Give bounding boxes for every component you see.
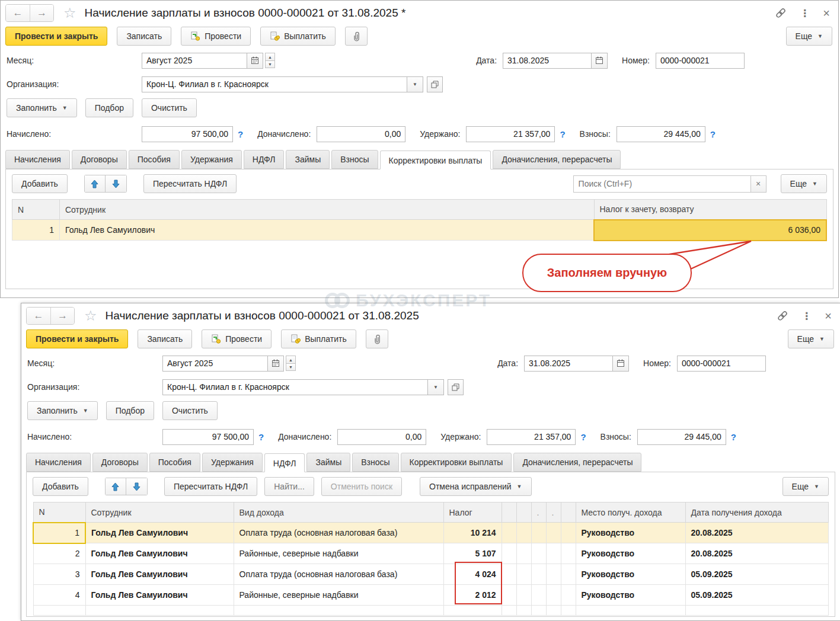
extra-input[interactable] — [337, 429, 426, 445]
undo-fixes-button[interactable]: Отмена исправлений▼ — [420, 477, 531, 496]
col-employee[interactable]: Сотрудник — [85, 502, 234, 523]
post-button[interactable]: Провести — [181, 27, 251, 46]
month-stepper[interactable]: ▲▼ — [286, 356, 296, 371]
move-up-icon[interactable] — [105, 478, 126, 495]
spacer-cell[interactable] — [516, 585, 531, 606]
fill-button[interactable]: Заполнить▼ — [27, 401, 98, 420]
cell-tax[interactable]: 5 107 — [443, 543, 502, 564]
col-narrow[interactable] — [561, 502, 576, 523]
col-n[interactable]: N — [33, 502, 85, 523]
spacer-cell[interactable] — [561, 543, 576, 564]
cell-date[interactable]: 05.09.2025 — [685, 585, 829, 606]
cell-n[interactable]: 1 — [33, 523, 85, 543]
tab-posobiya[interactable]: Пособия — [129, 150, 180, 169]
spacer-cell[interactable] — [546, 523, 561, 543]
back-icon[interactable]: ← — [6, 5, 30, 21]
tab-uderzhaniya[interactable]: Удержания — [202, 453, 263, 472]
attachments-button[interactable] — [345, 27, 368, 46]
table-row[interactable]: 4 Гольд Лев Самуилович Районные, северны… — [33, 585, 829, 606]
accrued-help-icon[interactable]: ? — [258, 432, 264, 442]
more-button[interactable]: Еще▼ — [786, 27, 832, 46]
attachments-button[interactable] — [366, 329, 388, 348]
cell-income-type[interactable]: Районные, северные надбавки — [234, 543, 443, 564]
tab-uderzhaniya[interactable]: Удержания — [181, 150, 242, 169]
cell-employee[interactable]: Гольд Лев Самуилович — [85, 564, 234, 585]
month-input[interactable] — [142, 53, 247, 69]
spacer-cell[interactable] — [502, 523, 516, 543]
spacer-cell[interactable] — [546, 543, 561, 564]
spacer-cell[interactable] — [502, 585, 516, 606]
cell-place[interactable]: Руководство — [576, 564, 685, 585]
cell-income-type[interactable]: Оплата труда (основная налоговая база) — [234, 523, 443, 543]
table-row[interactable]: 1 Гольд Лев Самуилович Оплата труда (осн… — [33, 523, 829, 543]
favorite-star-icon[interactable]: ☆ — [63, 6, 76, 20]
cell-tax[interactable]: 2 012 — [443, 585, 502, 606]
tab-ndfl[interactable]: НДФЛ — [244, 150, 285, 169]
cell-tax[interactable]: 4 024 — [443, 564, 502, 585]
organization-input[interactable] — [142, 76, 407, 92]
post-and-close-button[interactable]: Провести и закрыть — [5, 27, 107, 46]
recalc-ndfl-button[interactable]: Пересчитать НДФЛ — [164, 477, 257, 496]
close-icon[interactable]: × — [823, 7, 830, 20]
table-row[interactable]: 2 Гольд Лев Самуилович Районные, северны… — [33, 543, 829, 564]
contrib-input[interactable] — [617, 126, 705, 142]
col-n[interactable]: N — [12, 200, 60, 220]
cell-income-type[interactable]: Оплата труда (основная налоговая база) — [234, 564, 443, 585]
get-link-icon[interactable] — [775, 7, 787, 19]
organization-open-icon[interactable] — [427, 76, 443, 92]
date-calendar-icon[interactable] — [592, 53, 608, 69]
col-date[interactable]: Дата получения дохода — [685, 502, 829, 523]
spacer-cell[interactable] — [546, 564, 561, 585]
cell-n[interactable]: 4 — [33, 585, 85, 606]
tab-zaimy[interactable]: Займы — [306, 453, 350, 472]
cell-employee[interactable]: Гольд Лев Самуилович — [85, 585, 234, 606]
col-narrow[interactable] — [502, 502, 516, 523]
find-button[interactable]: Найти... — [264, 477, 314, 496]
grid-more-button[interactable]: Еще▼ — [781, 174, 827, 193]
spacer-cell[interactable] — [531, 585, 546, 606]
pick-button[interactable]: Подбор — [106, 401, 154, 420]
month-calendar-icon[interactable] — [247, 53, 263, 69]
col-narrow[interactable]: . — [546, 502, 561, 523]
cell-n[interactable]: 3 — [33, 564, 85, 585]
spacer-cell[interactable] — [502, 543, 516, 564]
spacer-cell[interactable] — [531, 543, 546, 564]
cell-place[interactable]: Руководство — [576, 523, 685, 543]
tab-nachisleniya[interactable]: Начисления — [5, 150, 70, 169]
organization-dropdown-icon[interactable]: ▼ — [407, 76, 423, 92]
add-row-button[interactable]: Добавить — [33, 477, 88, 496]
date-input[interactable] — [524, 356, 613, 372]
tab-ndfl[interactable]: НДФЛ — [264, 453, 305, 472]
more-menu-icon[interactable]: ⋮ — [801, 310, 812, 322]
contrib-input[interactable] — [637, 429, 726, 445]
spacer-cell[interactable] — [531, 564, 546, 585]
col-narrow[interactable] — [516, 502, 531, 523]
post-button[interactable]: Провести — [202, 329, 272, 348]
recalc-ndfl-button[interactable]: Пересчитать НДФЛ — [143, 174, 237, 193]
number-input[interactable] — [656, 53, 745, 69]
withheld-help-icon[interactable]: ? — [580, 432, 586, 442]
organization-open-icon[interactable] — [448, 379, 464, 395]
move-down-icon[interactable] — [106, 175, 127, 193]
pick-button[interactable]: Подбор — [85, 98, 133, 117]
withheld-input[interactable] — [487, 429, 576, 445]
tab-dogovory[interactable]: Договоры — [92, 453, 148, 472]
clear-search-icon[interactable]: × — [751, 175, 766, 193]
cell-tax[interactable]: 10 214 — [443, 523, 502, 543]
cell-employee[interactable]: Гольд Лев Самуилович — [85, 523, 234, 543]
pay-button[interactable]: Выплатить — [260, 27, 336, 46]
save-button[interactable]: Записать — [117, 27, 171, 46]
tab-vznosy[interactable]: Взносы — [352, 453, 398, 472]
back-icon[interactable]: ← — [27, 308, 50, 324]
month-stepper[interactable]: ▲▼ — [265, 53, 275, 68]
spacer-cell[interactable] — [516, 564, 531, 585]
tab-zaimy[interactable]: Займы — [286, 150, 330, 169]
search-input[interactable] — [573, 175, 751, 193]
month-input[interactable] — [162, 356, 268, 372]
accrued-input[interactable] — [142, 126, 233, 142]
extra-input[interactable] — [317, 126, 405, 142]
tab-donachisleniya[interactable]: Доначисления, перерасчеты — [493, 150, 621, 169]
pay-button[interactable]: Выплатить — [281, 329, 356, 348]
clear-button[interactable]: Очистить — [162, 401, 218, 420]
table-row[interactable]: 3 Гольд Лев Самуилович Оплата труда (осн… — [33, 564, 829, 585]
